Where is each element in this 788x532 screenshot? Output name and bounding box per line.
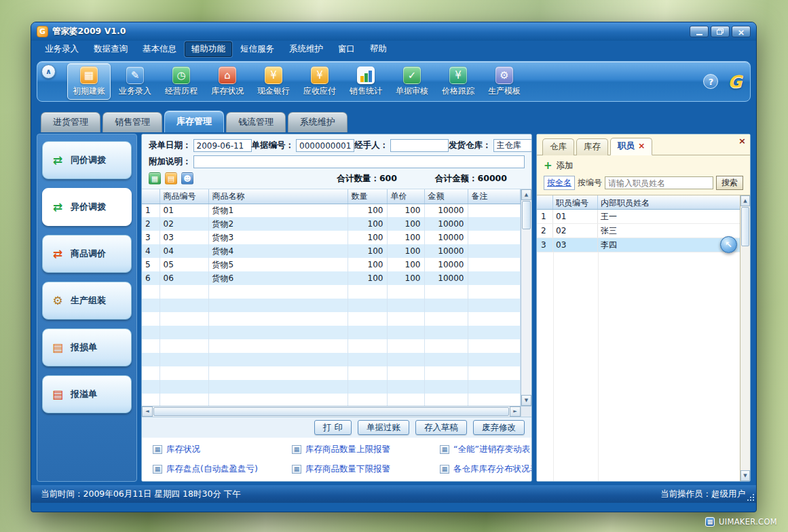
menu-item[interactable]: 数据查询 [87, 41, 134, 57]
quick-link[interactable]: 库存状况 [153, 444, 292, 455]
module-tab[interactable]: 销售管理 [102, 112, 162, 132]
sidebar-item[interactable]: 报溢单 [42, 375, 132, 413]
module-tab[interactable]: 钱流管理 [226, 112, 286, 132]
staff-search-input[interactable] [605, 176, 713, 189]
sheet-green-icon[interactable] [149, 172, 161, 185]
audit-icon [403, 66, 421, 84]
action-button[interactable]: 废弃修改 [473, 420, 525, 435]
goods-row[interactable]: 1 01 货物1 100 100 10000 [142, 204, 521, 217]
sidebar-item[interactable]: 异价调拨 [42, 188, 132, 226]
toolbar-item[interactable]: 经营历程 [160, 63, 203, 100]
report-icon [153, 465, 162, 474]
report-icon [440, 465, 449, 474]
goods-row[interactable]: 6 06 货物6 100 100 10000 [142, 271, 521, 285]
menu-item[interactable]: 短信服务 [233, 41, 281, 57]
staff-row[interactable]: 1 01 王一 [537, 210, 740, 224]
action-button[interactable]: 存入草稿 [415, 420, 467, 435]
quick-link[interactable]: 库存商品数量下限报警 [292, 463, 440, 475]
diff-price-transfer-icon [50, 202, 66, 213]
goods-row[interactable]: 4 04 货物4 100 100 10000 [142, 244, 521, 258]
toolbar-item-label: 单据审核 [396, 86, 428, 97]
scroll-right-icon[interactable] [510, 406, 521, 417]
staff-scroll-track[interactable] [740, 247, 750, 470]
toolbar-item[interactable]: 生产模板 [483, 63, 526, 100]
toolbar-item[interactable]: 库存状况 [206, 63, 249, 100]
warehouse-input[interactable] [493, 139, 533, 152]
menu-item[interactable]: 辅助功能 [185, 41, 232, 57]
staff-scroll-thumb[interactable] [741, 207, 749, 246]
minimize-button[interactable] [690, 26, 709, 37]
goods-column-header [142, 189, 160, 204]
doc-no-input[interactable] [296, 139, 354, 152]
action-button[interactable]: 打 印 [314, 420, 352, 435]
module-tab[interactable]: 系统维护 [288, 112, 348, 132]
goods-row[interactable]: 2 02 货物2 100 100 10000 [142, 217, 521, 231]
module-tab[interactable]: 进货管理 [41, 112, 100, 132]
sidebar-item[interactable]: 同价调拨 [42, 141, 132, 179]
action-button[interactable]: 单据过账 [358, 420, 409, 435]
menu-item[interactable]: 系统维护 [282, 41, 330, 57]
record-date-input[interactable] [193, 139, 252, 152]
add-row: 添加 [542, 155, 745, 176]
menu-item[interactable]: 窗口 [331, 41, 362, 57]
document-panel: 录单日期： 单据编号： 经手人： 发货仓库： [141, 134, 532, 482]
toolbar-item[interactable]: 初期建账 [67, 63, 111, 100]
staff-scroll-down-icon[interactable] [740, 470, 750, 481]
resize-grip[interactable] [747, 493, 755, 501]
toolbar-collapse-button[interactable] [41, 64, 56, 79]
toolbar-item[interactable]: 现金银行 [252, 63, 295, 100]
staff-scroll-up-icon[interactable] [740, 195, 750, 206]
scroll-up-icon[interactable] [521, 189, 531, 200]
handler-input[interactable] [390, 139, 449, 152]
goods-row[interactable]: 3 03 货物3 100 100 10000 [142, 231, 521, 244]
scroll-thumb[interactable] [522, 201, 531, 229]
help-icon[interactable] [703, 74, 718, 89]
search-button[interactable]: 搜索 [716, 176, 743, 190]
staff-row[interactable]: 3 03 李四 [537, 238, 740, 252]
add-plus-icon[interactable] [544, 161, 552, 171]
quick-link[interactable]: 库存盘点(自动盘盈盘亏) [153, 463, 292, 475]
module-tab[interactable]: 库存管理 [164, 111, 224, 132]
person-icon[interactable] [181, 172, 193, 185]
sidebar-item[interactable]: 商品调价 [42, 235, 132, 273]
toolbar-item[interactable]: 价格跟踪 [436, 63, 480, 100]
panel-close-icon[interactable] [738, 136, 746, 146]
add-label[interactable]: 添加 [557, 160, 574, 172]
note-input[interactable] [193, 155, 525, 168]
goods-row[interactable]: 5 05 货物5 100 100 10000 [142, 258, 521, 271]
calc-orange-icon[interactable] [165, 172, 177, 185]
toolbar-item[interactable]: 应收应付 [298, 63, 341, 100]
filter-by-name-toggle[interactable]: 按全名 [544, 176, 575, 190]
close-icon [738, 25, 745, 38]
sidebar-item-label: 同价调拨 [71, 154, 106, 166]
horizontal-scroll-thumb[interactable] [153, 407, 509, 416]
toolbar-item-label: 生产模板 [488, 86, 521, 97]
staff-row[interactable]: 2 02 张三 [537, 224, 740, 238]
menu-item[interactable]: 帮助 [363, 41, 394, 57]
filter-by-code-toggle[interactable]: 按编号 [578, 177, 602, 189]
scroll-left-icon[interactable] [142, 406, 153, 417]
lookup-tab[interactable]: 职员 [610, 138, 652, 155]
toolbar-item[interactable]: 销售统计 [344, 63, 388, 100]
sidebar-item[interactable]: 生产组装 [42, 282, 132, 320]
form-tool-icons [149, 172, 193, 185]
sidebar-item[interactable]: 报损单 [42, 328, 132, 366]
quick-link[interactable]: 库存商品数量上限报警 [292, 444, 440, 455]
toolbar-item[interactable]: 业务录入 [113, 63, 157, 100]
restore-button[interactable] [711, 26, 730, 37]
quick-link[interactable]: “全能”进销存变动表 [440, 444, 532, 455]
lookup-tab[interactable]: 仓库 [542, 138, 574, 155]
scroll-down-icon[interactable] [521, 395, 531, 406]
lookup-tab[interactable]: 库存 [576, 138, 608, 155]
menu-item[interactable]: 基本信息 [136, 41, 183, 57]
quick-link[interactable]: 各仓库库存分布状况表 [440, 463, 532, 475]
main-area: 同价调拨 异价调拨 商品调价 生产组装 [37, 134, 751, 482]
scroll-track[interactable] [521, 230, 531, 395]
menu-item[interactable]: 业务录入 [38, 41, 86, 57]
title-bar[interactable]: 管家婆2009 V1.0 [31, 22, 756, 41]
toolbar-item[interactable]: 单据审核 [390, 63, 434, 100]
close-button[interactable] [732, 26, 751, 37]
goods-empty-row [142, 312, 521, 326]
toolbar-item-label: 价格跟踪 [442, 86, 474, 97]
tab-close-icon[interactable] [638, 140, 645, 151]
